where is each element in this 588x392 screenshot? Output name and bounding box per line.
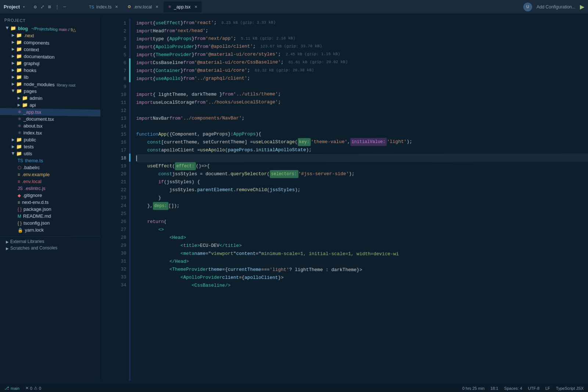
error-count: 0 [30, 386, 32, 391]
sidebar-item-yarn-lock[interactable]: 🔒 yarn.lock [0, 226, 101, 234]
folder-icon: 📁 [16, 32, 22, 38]
ln-17: 17 [114, 147, 126, 155]
ln-7: 7 [114, 67, 126, 75]
json-file-icon: ⬡ [18, 165, 21, 170]
sidebar-item-readme[interactable]: M README.md [0, 212, 101, 220]
code-line-34: <CssBaseline /> [136, 281, 588, 291]
folder-icon: 📁 [16, 74, 22, 80]
item-label: admin [29, 95, 42, 101]
env-file-icon: ≡ [18, 179, 20, 184]
ln-2: 2 [114, 28, 126, 36]
warning-icon: ⚠ [34, 386, 37, 391]
tab-close-icon[interactable]: ✕ [155, 5, 158, 9]
tab-close-icon[interactable]: ✕ [194, 5, 197, 9]
ln-8: 8 [114, 75, 126, 83]
ln-4: 4 [114, 43, 126, 51]
split-icon[interactable]: ⊞ [48, 4, 51, 10]
sidebar-item-utils[interactable]: ▶ 📁 utils [0, 150, 101, 158]
run-icon[interactable]: ▶ [580, 3, 584, 10]
ln-3: 3 [114, 35, 126, 43]
ln-27: 27 [114, 226, 126, 234]
code-line-17: const apolloClient = useApollo(pageProps… [136, 145, 588, 154]
toolbar-icons: ⚙ ⤢ ⊞ ⋮ — [34, 4, 66, 10]
title-bar: Project ▾ ⚙ ⤢ ⊞ ⋮ — TS index.ts ✕ ⚙ .env… [0, 0, 588, 14]
code-line-26: return ( [136, 218, 588, 226]
ln-30: 30 [114, 249, 126, 258]
code-content: 1 2 3 4 5 6 7 8 9 10 11 12 13 14 15 16 1… [112, 14, 588, 384]
folder-icon: 📁 [16, 137, 22, 142]
item-label: documentation [24, 54, 55, 60]
title-bar-right: U Add Configuration... ▶ [523, 3, 584, 11]
status-git[interactable]: ⎇ main [4, 386, 19, 391]
item-label: README.md [23, 213, 51, 219]
ln-19: 19 [114, 162, 126, 170]
folder-icon: 📁 [16, 53, 22, 59]
minimize-icon[interactable]: — [63, 4, 66, 10]
tab-env-local[interactable]: ⚙ .env.local ✕ [123, 1, 163, 12]
folder-icon: 📁 [16, 46, 22, 52]
project-dropdown-icon[interactable]: ▾ [23, 5, 25, 9]
sidebar-item-theme-ts[interactable]: TS theme.ts [0, 157, 101, 165]
arrow-icon: ▶ [11, 152, 15, 155]
gear-icon[interactable]: ⚙ [34, 4, 37, 10]
item-label: components [24, 40, 50, 46]
arrow-icon: ▶ [12, 40, 15, 44]
sidebar-item-next-env[interactable]: ≡ next-env.d.ts [0, 199, 101, 206]
item-label: .env.example [22, 172, 50, 177]
code-line-16: const [currentTheme, setCurrentTheme] = … [136, 137, 588, 147]
item-label: External Libraries [10, 239, 44, 244]
ts-file-icon: ≡ [18, 199, 20, 205]
sidebar-item-external-libraries[interactable]: ▶ External Libraries [0, 238, 101, 245]
status-time: 0 hrs 25 min [462, 386, 485, 391]
item-label: next-env.d.ts [22, 199, 49, 205]
ln-28: 28 [114, 234, 126, 242]
item-label: about.tsx [24, 123, 43, 129]
sidebar-item-env-example[interactable]: ≡ .env.example [0, 171, 101, 178]
sidebar-item-tsconfig[interactable]: { } tsconfig.json [0, 219, 101, 227]
line-numbers: 1 2 3 4 5 6 7 8 9 10 11 12 13 14 15 16 1… [112, 19, 129, 381]
code-line-25 [136, 210, 588, 218]
tab-label: _app.tsx [174, 4, 190, 10]
code-line-21: if (jssStyles) { [136, 178, 588, 186]
sidebar-item-package-json[interactable]: { } package.json [0, 206, 101, 213]
item-label: context [24, 47, 39, 53]
title-bar-left: Project ▾ ⚙ ⤢ ⊞ ⋮ — [4, 4, 85, 10]
arrow-icon: ▶ [11, 89, 15, 92]
library-label: library root [57, 83, 76, 87]
folder-icon: 📁 [16, 81, 22, 87]
ln-32: 32 [114, 266, 126, 274]
tsx-file-icon: ⚛ [18, 123, 22, 128]
main-area: Project ▶ 📁 blog ~/Projects/blog main / … [0, 14, 588, 384]
status-line-col: 18:1 [490, 386, 498, 391]
user-initial: U [526, 5, 529, 9]
sidebar-item-babelrc[interactable]: ⬡ .babelrc [0, 164, 101, 171]
ln-13: 13 [114, 115, 126, 123]
sidebar-item-env-local[interactable]: ≡ .env.local [0, 178, 101, 185]
sidebar: Project ▶ 📁 blog ~/Projects/blog main / … [0, 14, 101, 384]
sidebar-item-tests[interactable]: ▶ 📁 tests [0, 143, 101, 151]
git-branch-name: main [11, 386, 19, 391]
code-lines[interactable]: import { useEffect } from 'react'; 8.23 … [130, 15, 588, 384]
status-errors: ✕ 0 ⚠ 0 [25, 386, 41, 391]
sidebar-item-eslintrc[interactable]: JS .eslintrc.js [0, 185, 101, 192]
expand-icon[interactable]: ⤢ [40, 4, 44, 10]
sidebar-item-scratches[interactable]: ▶ Scratches and Consoles [0, 244, 101, 252]
item-label: blog [18, 26, 28, 32]
add-config-button[interactable]: Add Configuration... [537, 4, 576, 10]
arrow-icon: ▶ [12, 47, 15, 51]
js-file-icon: JS [18, 186, 23, 191]
code-line-20: const jssStyles = document.querySelector… [136, 170, 588, 178]
more-icon[interactable]: ⋮ [55, 4, 60, 10]
sidebar-section-bottom: ▶ External Libraries ▶ Scratches and Con… [0, 236, 101, 252]
tab-close-icon[interactable]: ✕ [115, 5, 118, 9]
tab-index-ts[interactable]: TS index.ts ✕ [85, 1, 122, 12]
arrow-icon: ▶ [6, 240, 9, 244]
ln-9: 9 [114, 83, 126, 91]
sidebar-title: Project [4, 18, 26, 23]
arrow-icon: ▶ [12, 33, 15, 37]
user-avatar[interactable]: U [523, 3, 532, 11]
tab-app-tsx[interactable]: ⚛ _app.tsx ✕ [164, 1, 201, 12]
folder-icon: 📁 [16, 144, 22, 149]
sidebar-item-gitignore[interactable]: ◆ .gitignore [0, 192, 101, 199]
item-label: utils [24, 151, 32, 157]
